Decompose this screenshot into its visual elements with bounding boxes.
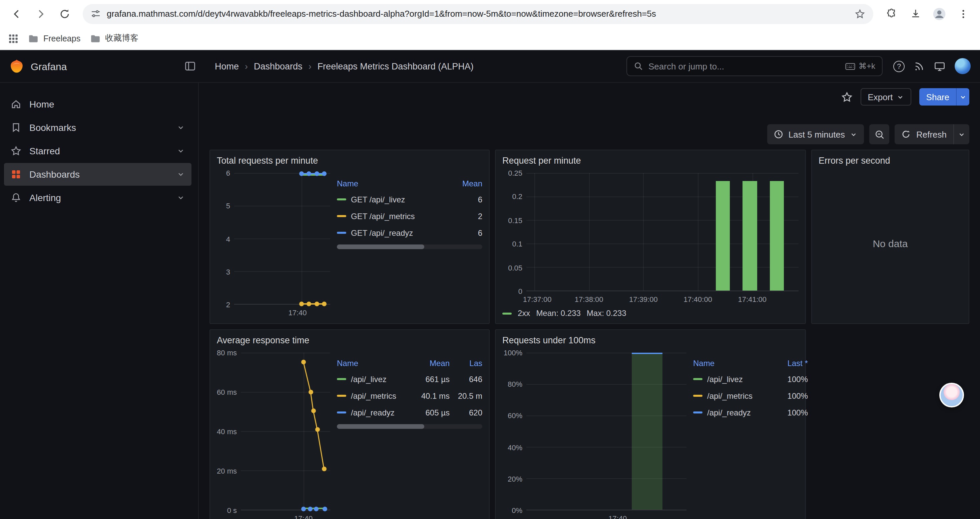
profile-button[interactable] [929, 4, 949, 24]
legend-row[interactable]: /api/_livez 100% [693, 371, 808, 387]
sidebar-item-starred[interactable]: Starred [4, 140, 191, 162]
chevron-down-icon[interactable] [177, 170, 185, 178]
search-icon [634, 61, 643, 71]
site-info-icon[interactable] [91, 9, 101, 19]
y-axis: 80 ms 60 ms 40 ms 20 ms 0 s [217, 353, 241, 510]
back-button[interactable] [7, 4, 27, 24]
downloads-button[interactable] [905, 4, 925, 24]
forward-button[interactable] [31, 4, 51, 24]
dock-panel-icon [184, 60, 196, 72]
share-button[interactable]: Share [920, 88, 956, 105]
search-placeholder: Search or jump to... [648, 61, 840, 71]
bookmark-folder-blogs[interactable]: 收藏博客 [90, 33, 138, 44]
legend-row[interactable]: GET /api/_readyz 6 [337, 224, 482, 241]
sidebar-item-label: Starred [29, 145, 60, 156]
legend-row[interactable]: /api/_metrics 40.1 ms 20.5 m [337, 387, 482, 404]
legend-header-name[interactable]: Name [693, 359, 714, 368]
chevron-down-icon[interactable] [177, 124, 185, 132]
search-input[interactable]: Search or jump to... ⌘+k [627, 56, 883, 76]
series-color-dash [337, 395, 346, 397]
extensions-puzzle-icon [886, 8, 897, 19]
user-avatar[interactable] [955, 58, 970, 74]
share-label: Share [926, 92, 949, 102]
chevron-down-icon[interactable] [177, 194, 185, 202]
legend-header-mean[interactable]: Mean [408, 359, 450, 368]
legend-row[interactable]: /api/_metrics 100% [693, 387, 808, 404]
scrollbar-thumb[interactable] [337, 424, 424, 429]
panel-title[interactable]: Errors per second [819, 156, 962, 166]
header-icons: ? [893, 58, 970, 74]
time-range-picker[interactable]: Last 5 minutes [767, 124, 864, 144]
legend-row[interactable]: GET /api/_metrics 2 [337, 208, 482, 224]
grafana-logo[interactable] [10, 59, 24, 73]
x-axis: 17:40 [527, 513, 686, 519]
legend-table: Name Last * /api/_livez 100% [693, 356, 808, 519]
download-icon [910, 8, 921, 19]
folder-icon [28, 33, 39, 44]
panel-title[interactable]: Request per minute [502, 156, 799, 166]
sidebar-toggle-button[interactable] [184, 60, 196, 72]
legend-scrollbar[interactable] [337, 244, 482, 249]
legend-row[interactable]: /api/_readyz 605 µs 620 [337, 404, 482, 421]
assistant-avatar-overlay[interactable] [939, 383, 964, 407]
panel-title[interactable]: Total requests per minute [217, 156, 482, 166]
apps-grid-icon[interactable] [8, 33, 19, 44]
chevron-down-icon [958, 131, 965, 138]
legend-header-name[interactable]: Name [337, 359, 358, 368]
panel-title[interactable]: Average response time [217, 335, 482, 345]
star-icon [11, 145, 21, 156]
sidebar-item-dashboards[interactable]: Dashboards [4, 163, 191, 186]
monitor-icon[interactable] [934, 61, 945, 72]
sidebar-item-bookmarks[interactable]: Bookmarks [4, 116, 191, 139]
address-bar[interactable]: grafana.mathmast.com/d/deytv4rwavabkb/fr… [83, 4, 873, 24]
extensions-button[interactable] [881, 4, 901, 24]
browser-menu-button[interactable] [953, 4, 973, 24]
legend-header-last[interactable]: Las [454, 359, 482, 368]
bookmark-folder-freeleaps[interactable]: Freeleaps [28, 33, 80, 44]
browser-toolbar: grafana.mathmast.com/d/deytv4rwavabkb/fr… [0, 0, 980, 27]
share-menu-button[interactable] [956, 88, 969, 105]
panel-requests-under-100ms: Requests under 100ms 100% 80% 60% 40% [495, 329, 806, 519]
news-rss-icon[interactable] [914, 61, 924, 72]
refresh-button[interactable]: Refresh [895, 124, 953, 144]
bar-2xx [743, 181, 757, 291]
legend-header-name[interactable]: Name [337, 179, 358, 188]
forward-icon [35, 8, 47, 20]
zoom-out-button[interactable] [870, 124, 889, 144]
percent-bar [632, 353, 662, 509]
breadcrumb-home[interactable]: Home [215, 61, 239, 71]
legend-header-mean[interactable]: Mean [462, 179, 482, 188]
reload-button[interactable] [55, 4, 75, 24]
legend-scrollbar[interactable] [337, 424, 482, 429]
x-axis: 17:40 [234, 307, 330, 318]
chevron-down-icon[interactable] [177, 147, 185, 155]
sidebar-item-alerting[interactable]: Alerting [4, 186, 191, 209]
star-outline-icon [841, 91, 852, 102]
bookmark-star-icon[interactable] [854, 8, 865, 19]
favorite-dashboard-button[interactable] [841, 91, 852, 102]
legend-row[interactable]: GET /api/_livez 6 [337, 191, 482, 208]
refresh-icon [902, 129, 911, 139]
series-color-dash [693, 378, 703, 380]
legend-row-2xx[interactable]: 2xx Mean: 0.233 Max: 0.233 [502, 308, 799, 318]
panel-title[interactable]: Requests under 100ms [502, 335, 799, 345]
legend-table: Name Mean Las /api/_livez 661 µs 646 [337, 356, 482, 519]
time-range-label: Last 5 minutes [789, 129, 845, 139]
home-icon [11, 99, 21, 110]
legend-row[interactable]: /api/_readyz 100% [693, 404, 808, 421]
scrollbar-thumb[interactable] [337, 244, 424, 249]
legend-header-last[interactable]: Last * [788, 359, 808, 368]
reload-icon [59, 8, 71, 20]
refresh-interval-button[interactable] [953, 124, 969, 144]
panel-total-requests: Total requests per minute 6 5 4 3 2 [210, 150, 490, 324]
export-button[interactable]: Export [860, 88, 911, 105]
help-icon[interactable]: ? [893, 61, 905, 72]
breadcrumb-dashboards[interactable]: Dashboards [254, 61, 302, 71]
legend-row[interactable]: /api/_livez 661 µs 646 [337, 371, 482, 387]
sidebar-item-home[interactable]: Home [4, 93, 191, 115]
series-color-dash [693, 395, 703, 397]
bell-icon [11, 192, 21, 203]
bookmark-label: Freeleaps [43, 34, 80, 43]
screen: grafana.mathmast.com/d/deytv4rwavabkb/fr… [0, 0, 980, 519]
sidebar-item-label: Home [29, 99, 54, 110]
